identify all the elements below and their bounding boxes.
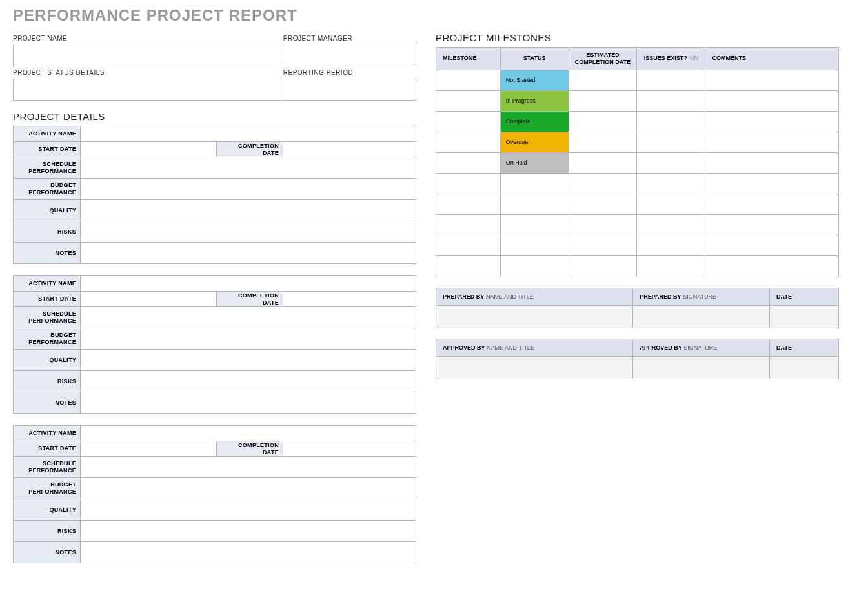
budget-perf-input[interactable] — [81, 179, 416, 199]
issues-cell[interactable] — [637, 235, 705, 256]
notes-input[interactable] — [81, 392, 416, 413]
schedule-perf-input[interactable] — [81, 307, 416, 328]
est-date-cell[interactable] — [569, 194, 638, 215]
issues-cell[interactable] — [637, 70, 705, 91]
reporting-period-label: REPORTING PERIOD — [283, 66, 416, 79]
risks-label: RISKS — [14, 221, 81, 242]
milestone-row — [436, 194, 838, 215]
est-date-cell[interactable] — [569, 215, 638, 235]
approved-by-sig-input[interactable] — [633, 357, 770, 379]
schedule-perf-input[interactable] — [81, 157, 416, 178]
status-cell[interactable]: Not Started — [501, 70, 569, 91]
risks-label: RISKS — [14, 521, 81, 541]
approved-by-date-header: DATE — [770, 339, 838, 356]
issues-cell[interactable] — [637, 132, 705, 153]
completion-date-input[interactable] — [283, 142, 416, 157]
issues-cell[interactable] — [637, 194, 705, 215]
milestone-cell[interactable] — [436, 112, 501, 132]
issues-cell[interactable] — [637, 215, 705, 235]
status-cell[interactable]: In Progress — [501, 91, 569, 112]
prepared-by-name-header: PREPARED BY NAME AND TITLE — [436, 288, 633, 305]
start-date-label: START DATE — [14, 441, 81, 456]
status-cell[interactable]: Overdue — [501, 132, 569, 153]
notes-label: NOTES — [14, 243, 81, 263]
est-date-cell[interactable] — [569, 70, 638, 91]
project-name-input[interactable] — [13, 45, 283, 66]
completion-date-input[interactable] — [283, 292, 416, 306]
activity-name-input[interactable] — [81, 126, 416, 141]
issues-cell[interactable] — [637, 256, 705, 277]
activity-name-input[interactable] — [81, 426, 416, 441]
notes-input[interactable] — [81, 542, 416, 563]
issues-cell[interactable] — [637, 91, 705, 112]
comments-cell[interactable] — [705, 194, 838, 215]
completion-date-input[interactable] — [283, 441, 416, 456]
status-details-input[interactable] — [13, 79, 283, 101]
completion-date-label: COMPLETION DATE — [216, 292, 283, 306]
budget-perf-input[interactable] — [81, 328, 416, 349]
status-cell[interactable] — [501, 235, 569, 256]
comments-cell[interactable] — [705, 174, 838, 194]
reporting-period-input[interactable] — [283, 79, 416, 101]
status-cell[interactable] — [501, 174, 569, 194]
milestone-cell[interactable] — [436, 215, 501, 235]
milestone-cell[interactable] — [436, 174, 501, 194]
prepared-by-name-input[interactable] — [436, 306, 633, 328]
quality-input[interactable] — [81, 200, 416, 221]
comments-cell[interactable] — [705, 235, 838, 256]
risks-input[interactable] — [81, 521, 416, 541]
status-cell[interactable] — [501, 215, 569, 235]
issues-cell[interactable] — [637, 153, 705, 174]
risks-input[interactable] — [81, 371, 416, 392]
est-date-cell[interactable] — [569, 235, 638, 256]
milestone-cell[interactable] — [436, 235, 501, 256]
start-date-input[interactable] — [81, 441, 216, 456]
comments-cell[interactable] — [705, 215, 838, 235]
status-cell[interactable] — [501, 256, 569, 277]
comments-cell[interactable] — [705, 132, 838, 153]
approved-by-date-input[interactable] — [770, 357, 838, 379]
budget-perf-input[interactable] — [81, 478, 416, 499]
start-date-input[interactable] — [81, 142, 216, 157]
status-cell[interactable]: On Hold — [501, 153, 569, 174]
milestone-cell[interactable] — [436, 153, 501, 174]
milestone-cell[interactable] — [436, 256, 501, 277]
comments-cell[interactable] — [705, 153, 838, 174]
comments-cell[interactable] — [705, 112, 838, 132]
status-cell[interactable] — [501, 194, 569, 215]
est-date-cell[interactable] — [569, 174, 638, 194]
comments-cell[interactable] — [705, 256, 838, 277]
quality-label: QUALITY — [14, 200, 81, 221]
notes-input[interactable] — [81, 243, 416, 263]
prepared-by-sig-input[interactable] — [633, 306, 770, 328]
risks-input[interactable] — [81, 221, 416, 242]
est-date-cell[interactable] — [569, 91, 638, 112]
est-date-cell[interactable] — [569, 256, 638, 277]
comments-cell[interactable] — [705, 70, 838, 91]
project-manager-input[interactable] — [283, 45, 416, 66]
quality-input[interactable] — [81, 499, 416, 520]
completion-date-label: COMPLETION DATE — [216, 142, 283, 157]
approved-by-block: APPROVED BY NAME AND TITLE APPROVED BY S… — [436, 339, 839, 379]
start-date-input[interactable] — [81, 292, 216, 306]
quality-input[interactable] — [81, 350, 416, 370]
est-date-cell[interactable] — [569, 132, 638, 153]
schedule-perf-input[interactable] — [81, 457, 416, 477]
issues-cell[interactable] — [637, 112, 705, 132]
milestone-cell[interactable] — [436, 194, 501, 215]
est-date-cell[interactable] — [569, 153, 638, 174]
prepared-by-date-input[interactable] — [770, 306, 838, 328]
milestone-cell[interactable] — [436, 132, 501, 153]
th-est-date: ESTIMATED COMPLETION DATE — [569, 48, 638, 70]
activity-name-input[interactable] — [81, 276, 416, 291]
milestone-cell[interactable] — [436, 70, 501, 91]
milestones-table: MILESTONE STATUS ESTIMATED COMPLETION DA… — [436, 47, 839, 277]
status-cell[interactable]: Complete — [501, 112, 569, 132]
est-date-cell[interactable] — [569, 112, 638, 132]
approved-by-name-input[interactable] — [436, 357, 633, 379]
milestone-cell[interactable] — [436, 91, 501, 112]
comments-cell[interactable] — [705, 91, 838, 112]
activity-name-label: ACTIVITY NAME — [14, 276, 81, 291]
issues-cell[interactable] — [637, 174, 705, 194]
left-panel: PERFORMANCE PROJECT REPORT PROJECT NAME … — [13, 6, 416, 575]
